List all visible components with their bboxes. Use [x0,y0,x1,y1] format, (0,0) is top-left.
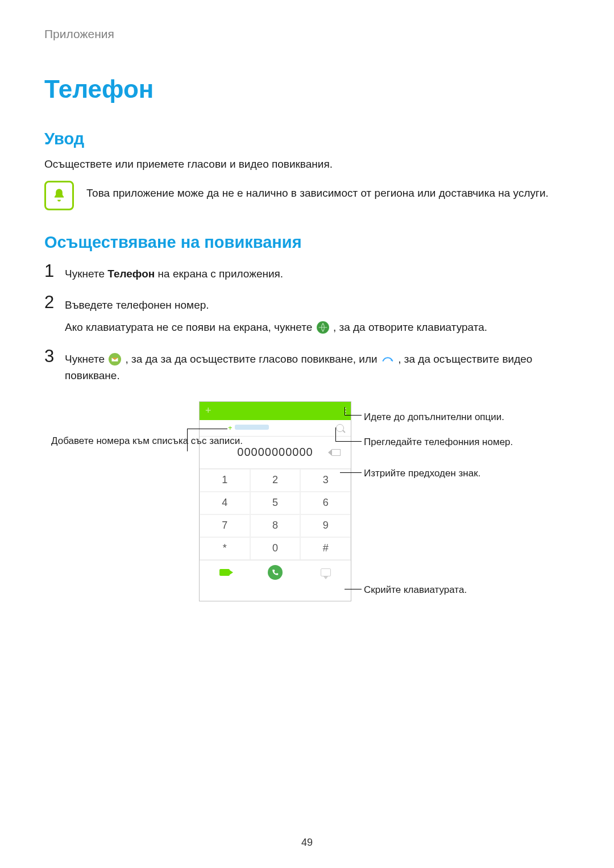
callout-line [345,589,362,589]
callout-line [335,441,362,442]
callout-hide-keypad: Скрийте клавиатурата. [364,584,467,596]
callout-add-to-contacts: Добавете номера към списъка със записи. [51,435,188,447]
breadcrumb: Приложения [44,27,570,41]
callout-lookup-number: Прегледайте телефонния номер. [364,437,513,448]
step-1: 1 Чукнете Телефон на екрана с приложения… [44,262,570,282]
voice-call-icon [109,353,121,366]
callout-line [187,429,188,451]
callout-line [345,407,345,416]
key-0: 0 [250,537,301,560]
step-text-line: Ако клавиатурата не се появи на екрана, … [65,319,487,335]
hide-keypad-button [300,560,351,584]
add-to-contacts-icon: + [228,423,233,432]
page-title: Телефон [44,75,570,103]
key-2: 2 [250,469,301,492]
voice-call-button [250,560,301,584]
callout-line [345,415,362,416]
hide-keypad-icon [321,568,331,576]
phone-mock: + + 00000000000 1 2 3 4 5 6 7 8 [199,401,351,601]
step-text: на екрана с приложения. [155,268,283,280]
add-contact-icon: + [205,405,211,417]
step-number: 2 [44,293,55,311]
lookup-number-icon [336,424,344,432]
callout-backspace: Изтрийте предходен знак. [364,468,480,479]
bell-svg [51,188,67,203]
video-camera-icon [219,569,230,576]
steps-list: 1 Чукнете Телефон на екрана с приложения… [44,262,570,384]
dialpad-open-icon [317,321,329,334]
step-body: Чукнете , за да за да осъществите гласов… [65,347,570,384]
callout-line [188,429,227,429]
page-number: 49 [0,837,614,849]
step-3: 3 Чукнете , за да за да осъществите глас… [44,347,570,384]
key-1: 1 [200,469,250,492]
key-4: 4 [200,492,250,514]
intro-paragraph: Осъществете или приемете гласови и видео… [44,156,570,173]
bell-icon [44,181,74,210]
video-call-icon [381,353,394,366]
phone-header: + [200,402,351,420]
step-number: 1 [44,262,55,280]
note-text: Това приложение може да не е налично в з… [86,181,549,202]
step-number: 3 [44,347,55,365]
step-body: Чукнете Телефон на екрана с приложения. [65,262,283,282]
key-star: * [200,537,250,560]
step-text: , за да за да осъществите гласово повикв… [126,353,380,365]
contact-name-placeholder [235,425,269,430]
key-8: 8 [250,514,301,537]
callout-line [335,427,336,442]
step-text: Чукнете [65,353,107,365]
section-heading-intro: Увод [44,130,570,148]
video-call-button [200,560,250,584]
entered-number: 00000000000 [237,446,313,459]
step-text: Чукнете [65,268,107,280]
key-9: 9 [300,514,351,537]
step-2: 2 Въведете телефонен номер. Ако клавиату… [44,293,570,336]
action-row [200,560,351,584]
step-text: Ако клавиатурата не се появи на екрана, … [65,321,316,333]
note-block: Това приложение може да не е налично в з… [44,181,570,210]
step-text: Въведете телефонен номер. [65,297,487,313]
callout-line [340,472,362,473]
backspace-icon [332,449,341,456]
step-text: , за да отворите клавиатурата. [333,321,487,333]
section-heading-calls: Осъществяване на повиквания [44,233,570,252]
key-5: 5 [250,492,301,514]
keypad: 1 2 3 4 5 6 7 8 9 * 0 # [200,468,351,560]
phone-handset-icon [268,565,283,580]
dialer-figure: + + 00000000000 1 2 3 4 5 6 7 8 [51,401,563,612]
callout-more-options: Идете до допълнителни опции. [364,412,504,423]
step-body: Въведете телефонен номер. Ако клавиатура… [65,293,487,336]
key-7: 7 [200,514,250,537]
key-6: 6 [300,492,351,514]
key-hash: # [300,537,351,560]
step-text-bold: Телефон [107,268,155,280]
